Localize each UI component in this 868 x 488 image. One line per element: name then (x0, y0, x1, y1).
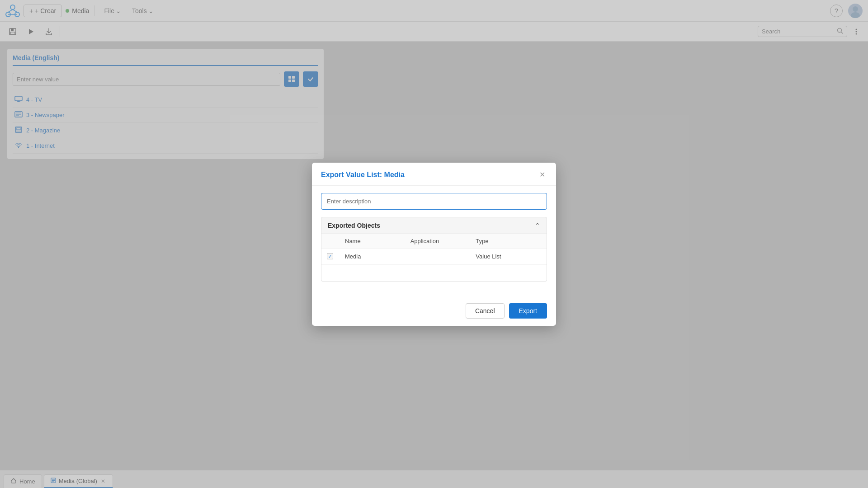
modal-title: Export Value List: Media (321, 171, 405, 179)
table-header-row: Name Application Type (321, 234, 547, 249)
col-checkbox (327, 238, 345, 244)
exported-objects-table: Name Application Type ✓ Media Value List (321, 234, 547, 282)
exported-objects-title: Exported Objects (328, 222, 380, 229)
export-button[interactable]: Export (509, 303, 547, 319)
row-type: Value List (476, 253, 541, 260)
modal-footer: Cancel Export (312, 298, 556, 326)
col-type: Type (476, 238, 541, 244)
export-modal: Export Value List: Media ✕ Exported Obje… (312, 163, 556, 326)
description-input[interactable] (321, 193, 547, 210)
col-application: Application (410, 238, 476, 244)
table-empty-row (321, 265, 547, 281)
modal-close-button[interactable]: ✕ (537, 170, 547, 180)
row-checkbox[interactable]: ✓ (327, 253, 333, 259)
exported-objects-header[interactable]: Exported Objects ⌃ (321, 217, 547, 234)
modal-overlay: Export Value List: Media ✕ Exported Obje… (0, 0, 868, 488)
modal-body: Exported Objects ⌃ Name Application Type… (312, 186, 556, 298)
col-name: Name (345, 238, 410, 244)
table-row: ✓ Media Value List (321, 249, 547, 265)
row-checkbox-cell[interactable]: ✓ (327, 253, 345, 259)
row-name: Media (345, 253, 410, 260)
cancel-button[interactable]: Cancel (466, 303, 505, 319)
chevron-up-icon: ⌃ (535, 222, 540, 229)
modal-header: Export Value List: Media ✕ (312, 163, 556, 186)
